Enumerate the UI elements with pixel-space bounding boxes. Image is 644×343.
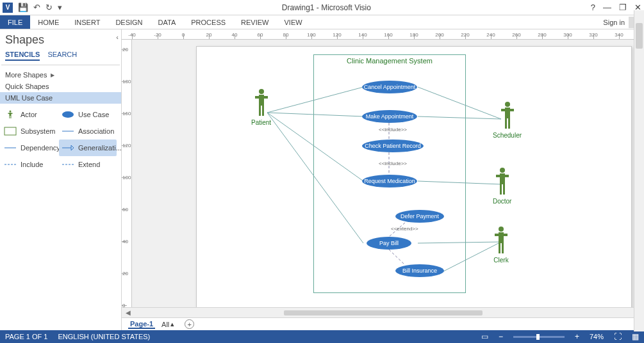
ruler-vertical: 201801601201006040200 xyxy=(122,40,132,307)
tab-home[interactable]: HOME xyxy=(30,15,67,29)
zoom-slider-knob[interactable] xyxy=(536,334,540,340)
minimize-icon[interactable]: — xyxy=(603,3,611,12)
switch-windows-icon[interactable]: ▦ xyxy=(632,332,639,341)
actor-icon xyxy=(4,110,17,119)
zoom-out-icon[interactable]: − xyxy=(499,332,503,341)
svg-rect-39 xyxy=(500,184,502,195)
scrollbar-thumb[interactable] xyxy=(284,310,483,315)
shapes-pane-header: Shapes ‹ xyxy=(0,29,121,48)
tab-design[interactable]: DESIGN xyxy=(108,15,150,29)
undo-icon[interactable]: ↶ xyxy=(33,3,40,12)
svg-rect-6 xyxy=(4,127,16,135)
status-bar: PAGE 1 OF 1 ENGLISH (UNITED STATES) ▭ − … xyxy=(0,330,644,343)
app-icon[interactable]: V xyxy=(3,3,13,13)
title-bar: V 💾 ↶ ↻ ▾ Drawing1 - Microsoft Visio ? —… xyxy=(0,0,644,15)
shape-label: Dependency xyxy=(21,144,60,152)
tab-data[interactable]: DATA xyxy=(151,15,184,29)
category-label: UML Use Case xyxy=(5,94,53,102)
svg-marker-10 xyxy=(71,145,74,150)
stencils-tab[interactable]: STENCILS xyxy=(5,51,40,61)
all-label: All xyxy=(161,321,169,328)
search-tab[interactable]: SEARCH xyxy=(47,51,77,61)
horizontal-scrollbar[interactable]: ◀ ▶ xyxy=(122,307,644,317)
shape-label: Use Case xyxy=(78,111,109,118)
svg-rect-35 xyxy=(508,118,510,129)
usecase-make-appointment[interactable]: Make Appointment xyxy=(362,110,417,123)
shape-label: Subsystem xyxy=(21,127,55,135)
shape-use-case[interactable]: Use Case xyxy=(59,106,117,123)
fit-page-icon[interactable]: ⛶ xyxy=(614,332,622,341)
zoom-in-icon[interactable]: + xyxy=(575,332,579,341)
usecase-bill-insurance[interactable]: Bill Insurance xyxy=(395,264,444,277)
svg-rect-34 xyxy=(505,118,507,129)
actor-scheduler[interactable]: Scheduler xyxy=(493,101,522,139)
ruler-horizontal: -40-200204060801001201401601802002202402… xyxy=(122,29,644,40)
actor-patient[interactable]: Patient xyxy=(251,88,271,126)
drawing-page[interactable]: Clinic Management System xyxy=(196,46,632,307)
shape-extend[interactable]: Extend xyxy=(59,156,117,173)
actor-doctor[interactable]: Doctor xyxy=(493,167,511,205)
svg-rect-4 xyxy=(11,116,12,118)
page-tab-1[interactable]: Page-1 xyxy=(128,320,155,329)
tab-process[interactable]: PROCESS xyxy=(183,15,233,29)
more-shapes-category[interactable]: More Shapes ▶ xyxy=(0,69,121,81)
usecase-defer-payment[interactable]: Defer Payment xyxy=(395,210,444,223)
include-label-2: <<include>> xyxy=(379,161,407,166)
help-icon[interactable]: ? xyxy=(591,3,595,12)
shape-subsystem[interactable]: Subsystem xyxy=(1,123,59,140)
status-language[interactable]: ENGLISH (UNITED STATES) xyxy=(58,333,150,340)
scroll-left-icon[interactable]: ◀ xyxy=(124,309,132,316)
restore-icon[interactable]: ❐ xyxy=(619,3,627,12)
qat-dropdown-icon[interactable]: ▾ xyxy=(58,3,62,12)
line-icon xyxy=(4,143,17,152)
ribbon: FILE HOME INSERT DESIGN DATA PROCESS REV… xyxy=(0,15,644,29)
category-label: Quick Shapes xyxy=(5,83,49,90)
collapse-pane-icon[interactable]: ‹ xyxy=(116,33,119,41)
svg-rect-3 xyxy=(10,116,10,118)
quick-shapes-category[interactable]: Quick Shapes xyxy=(0,81,121,92)
zoom-slider[interactable] xyxy=(513,336,565,338)
include-label-1: <<include>> xyxy=(379,127,407,132)
redo-icon[interactable]: ↻ xyxy=(45,3,53,12)
actor-clerk[interactable]: Clerk xyxy=(493,226,509,264)
scrollbar-thumb[interactable] xyxy=(636,23,643,49)
shapes-pane-tabs: STENCILS SEARCH xyxy=(0,48,121,65)
svg-rect-43 xyxy=(495,234,508,236)
usecase-cancel-appointment[interactable]: Cancel Appointment xyxy=(362,81,417,93)
main-area: Shapes ‹ STENCILS SEARCH More Shapes ▶ Q… xyxy=(0,29,644,330)
shape-generalization[interactable]: Generalizati... xyxy=(59,140,117,156)
svg-point-0 xyxy=(10,111,12,113)
usecase-request-medication[interactable]: Request Medication xyxy=(362,175,417,187)
zoom-percent[interactable]: 74% xyxy=(590,333,604,340)
add-page-button[interactable]: + xyxy=(185,319,194,329)
tab-review[interactable]: REVIEW xyxy=(233,15,276,29)
svg-rect-33 xyxy=(501,109,514,111)
shape-actor[interactable]: Actor xyxy=(1,106,59,123)
shape-label: Extend xyxy=(78,161,100,168)
canvas-area: -40-200204060801001201401601802002202402… xyxy=(122,29,644,330)
canvas-body: 201801601201006040200 Clinic Management … xyxy=(122,40,644,307)
presentation-mode-icon[interactable]: ▭ xyxy=(481,332,488,341)
uml-use-case-category[interactable]: UML Use Case xyxy=(0,92,121,104)
scrollbar-track[interactable] xyxy=(135,309,631,317)
rectangle-icon xyxy=(4,127,17,136)
tab-file[interactable]: FILE xyxy=(0,15,30,29)
arrow-line-icon xyxy=(62,143,74,152)
shape-dependency[interactable]: Dependency xyxy=(1,140,59,156)
shape-label: Include xyxy=(21,161,43,168)
actor-label: Patient xyxy=(251,119,271,126)
line-icon xyxy=(62,127,74,136)
usecase-check-patient-record[interactable]: Check Patient Record xyxy=(362,140,424,152)
shape-include[interactable]: Include xyxy=(1,156,59,173)
usecase-pay-bill[interactable]: Pay Bill xyxy=(367,237,411,250)
canvas-scroll[interactable]: Clinic Management System xyxy=(132,40,644,307)
svg-rect-2 xyxy=(8,113,13,115)
tab-view[interactable]: VIEW xyxy=(276,15,310,29)
svg-point-36 xyxy=(500,168,505,173)
shape-association[interactable]: Association xyxy=(59,123,117,140)
svg-point-31 xyxy=(505,102,510,107)
tab-insert[interactable]: INSERT xyxy=(67,15,108,29)
vertical-scrollbar[interactable] xyxy=(634,10,644,331)
save-icon[interactable]: 💾 xyxy=(18,3,28,12)
all-pages-dropdown[interactable]: All ▴ xyxy=(161,320,174,328)
